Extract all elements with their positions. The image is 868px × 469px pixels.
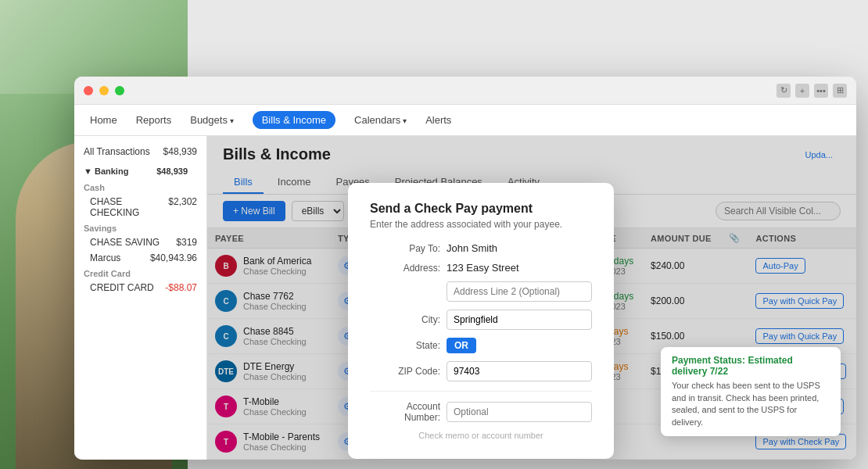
- state-label: State:: [370, 340, 440, 351]
- sidebar-chase-checking-label: CHASE CHECKING: [90, 196, 168, 218]
- nav-alerts[interactable]: Alerts: [425, 111, 451, 129]
- pay-to-value: John Smith: [447, 242, 592, 254]
- sidebar-banking-section: ▼ Banking $48,939: [74, 159, 206, 180]
- sidebar-marcus[interactable]: Marcus $40,943.96: [74, 250, 206, 266]
- sidebar-chase-checking-amount: $2,302: [168, 196, 197, 218]
- sidebar-marcus-amount: $40,943.96: [150, 252, 197, 263]
- title-bar-controls: ↻ + ••• ⊞: [777, 84, 847, 98]
- city-input[interactable]: [447, 310, 592, 330]
- sidebar-savings-label: Savings: [74, 220, 206, 234]
- sidebar-credit-card-name: CREDIT CARD: [90, 282, 154, 293]
- sidebar-credit-card-amount: -$88.07: [165, 282, 197, 293]
- refresh-icon[interactable]: ↻: [777, 84, 791, 98]
- nav-home[interactable]: Home: [90, 111, 117, 129]
- state-row: State: OR: [370, 338, 592, 353]
- account-label: Account Number:: [370, 401, 440, 423]
- pay-to-row: Pay To: John Smith: [370, 242, 592, 254]
- account-hint: Check memo or account number: [370, 431, 592, 440]
- city-label: City:: [370, 314, 440, 325]
- sidebar-marcus-label: Marcus: [90, 252, 120, 263]
- modal-title: Send a Check Pay payment: [370, 202, 592, 216]
- sidebar-chase-checking[interactable]: CHASE CHECKING $2,302: [74, 194, 206, 220]
- sidebar-banking[interactable]: ▼ Banking $48,939: [84, 164, 197, 178]
- add-icon[interactable]: +: [795, 84, 809, 98]
- maximize-button[interactable]: [115, 86, 124, 95]
- zip-input[interactable]: [447, 361, 592, 381]
- layout-icon[interactable]: ⊞: [833, 84, 847, 98]
- sidebar-credit-card-label: Credit Card: [74, 266, 206, 280]
- city-row: City:: [370, 310, 592, 330]
- payment-status-description: Your check has been sent to the USPS and…: [672, 380, 830, 428]
- sidebar-banking-amount: $48,939: [156, 166, 188, 176]
- nav-bills-income[interactable]: Bills & Income: [253, 111, 335, 129]
- main-window: ↻ + ••• ⊞ Home Reports Budgets Bills & I…: [74, 77, 856, 460]
- sidebar-credit-card[interactable]: CREDIT CARD -$88.07: [74, 280, 206, 295]
- zip-label: ZIP Code:: [370, 366, 440, 377]
- address-line2-input[interactable]: [447, 281, 592, 302]
- address-line2-row: [370, 281, 592, 302]
- payment-status-card: Payment Status: Estimated delivery 7/22 …: [661, 347, 841, 436]
- account-input[interactable]: [447, 402, 592, 422]
- modal-subtitle: Enter the address associated with your p…: [370, 219, 592, 230]
- sidebar-all-transactions[interactable]: All Transactions $48,939: [74, 144, 206, 159]
- nav-calendars[interactable]: Calendars: [354, 111, 407, 129]
- sidebar-chase-saving[interactable]: CHASE SAVING $319: [74, 234, 206, 250]
- check-pay-modal: Send a Check Pay payment Enter the addre…: [348, 183, 614, 459]
- nav-bar: Home Reports Budgets Bills & Income Cale…: [74, 105, 856, 136]
- sidebar-all-transactions-amount: $48,939: [163, 146, 197, 157]
- close-button[interactable]: [84, 86, 93, 95]
- form-divider: [370, 391, 592, 392]
- modal-overlay[interactable]: Send a Check Pay payment Enter the addre…: [207, 136, 856, 460]
- address-value: 123 Easy Street: [447, 262, 592, 274]
- sidebar-chase-saving-amount: $319: [176, 237, 197, 248]
- nav-budgets[interactable]: Budgets: [190, 111, 233, 129]
- more-icon[interactable]: •••: [814, 84, 828, 98]
- minimize-button[interactable]: [99, 86, 109, 95]
- sidebar-all-transactions-label: All Transactions: [84, 146, 150, 157]
- zip-row: ZIP Code:: [370, 361, 592, 381]
- sidebar-cash-label: Cash: [74, 180, 206, 194]
- account-row: Account Number:: [370, 401, 592, 423]
- state-badge[interactable]: OR: [447, 338, 476, 353]
- sidebar-banking-label: ▼ Banking: [84, 166, 128, 176]
- address-row: Address: 123 Easy Street: [370, 262, 592, 274]
- sidebar-chase-saving-label: CHASE SAVING: [90, 237, 160, 248]
- sidebar: All Transactions $48,939 ▼ Banking $48,9…: [74, 136, 207, 460]
- address-label: Address:: [370, 263, 440, 274]
- nav-reports[interactable]: Reports: [136, 111, 172, 129]
- title-bar: ↻ + ••• ⊞: [74, 77, 856, 105]
- pay-to-label: Pay To:: [370, 243, 440, 254]
- payment-status-title: Payment Status: Estimated delivery 7/22: [672, 355, 830, 377]
